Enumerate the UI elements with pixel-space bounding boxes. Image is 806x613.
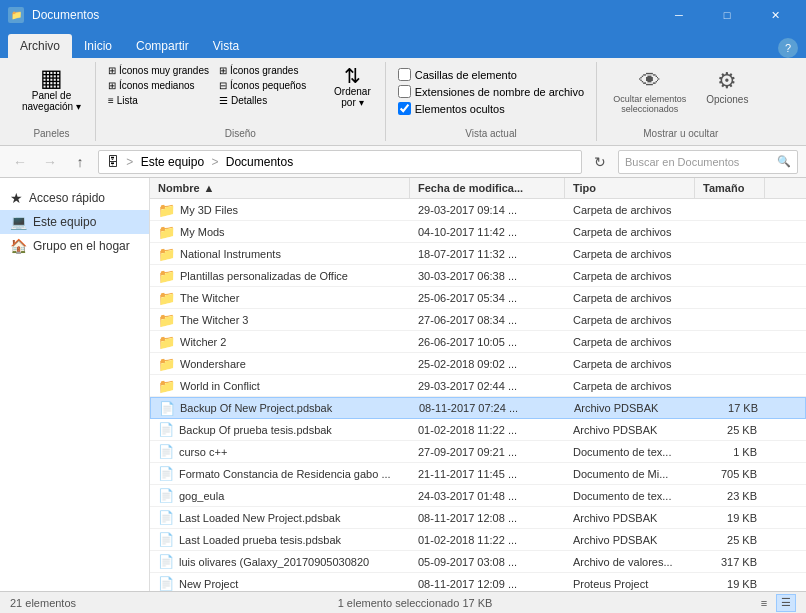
- search-box[interactable]: Buscar en Documentos 🔍: [618, 150, 798, 174]
- home-icon: 🏠: [10, 238, 27, 254]
- iconos-medianos-button[interactable]: ⊞ Íconos medianos: [104, 79, 213, 92]
- table-row[interactable]: 📁 The Witcher 25-06-2017 05:34 ... Carpe…: [150, 287, 806, 309]
- iconos-pequenos-button[interactable]: ⊟ Íconos pequeños: [215, 79, 324, 92]
- view-mode-details-button[interactable]: ☰: [776, 594, 796, 612]
- view-icon-5: ≡: [108, 95, 114, 106]
- col-fecha-label: Fecha de modifica...: [418, 182, 523, 194]
- file-type-cell: Archivo PDSBAK: [565, 510, 695, 526]
- opciones-icon: ⚙: [717, 68, 737, 94]
- ordenar-icon: ⇅: [344, 66, 361, 86]
- ocultar-elementos-button[interactable]: 👁 Ocultar elementosseleccionados: [605, 64, 694, 118]
- lista-button[interactable]: ≡ Lista: [104, 94, 213, 107]
- close-button[interactable]: ✕: [752, 0, 798, 30]
- view-icon-3: ⊞: [108, 80, 116, 91]
- folder-icon: 📁: [158, 312, 175, 328]
- table-row[interactable]: 📄 luis olivares (Galaxy_20170905030820 0…: [150, 551, 806, 573]
- file-icon: 📄: [158, 466, 174, 481]
- file-type-cell: Carpeta de archivos: [565, 202, 695, 218]
- file-name-text: gog_eula: [179, 490, 224, 502]
- file-name-cell: 📁 The Witcher: [150, 288, 410, 308]
- panel-navegacion-button[interactable]: ▦ Panel denavegación ▾: [16, 64, 87, 114]
- view-mode-list-button[interactable]: ≡: [754, 594, 774, 612]
- iconos-muy-grandes-button[interactable]: ⊞ Íconos muy grandes: [104, 64, 213, 77]
- table-row[interactable]: 📁 Witcher 2 26-06-2017 10:05 ... Carpeta…: [150, 331, 806, 353]
- table-row[interactable]: 📄 New Project 08-11-2017 12:09 ... Prote…: [150, 573, 806, 591]
- table-row[interactable]: 📁 My 3D Files 29-03-2017 09:14 ... Carpe…: [150, 199, 806, 221]
- table-row[interactable]: 📄 curso c++ 27-09-2017 09:21 ... Documen…: [150, 441, 806, 463]
- folder-icon: 📁: [158, 268, 175, 284]
- table-row[interactable]: 📁 World in Conflict 29-03-2017 02:44 ...…: [150, 375, 806, 397]
- table-row[interactable]: 📄 Last Loaded New Project.pdsbak 08-11-2…: [150, 507, 806, 529]
- table-row[interactable]: 📁 Plantillas personalizadas de Office 30…: [150, 265, 806, 287]
- maximize-button[interactable]: □: [704, 0, 750, 30]
- casillas-checkbox[interactable]: Casillas de elemento: [398, 68, 584, 81]
- col-header-nombre[interactable]: Nombre ▲: [150, 178, 410, 198]
- minimize-button[interactable]: ─: [656, 0, 702, 30]
- up-button[interactable]: ↑: [68, 150, 92, 174]
- file-name-cell: 📁 Wondershare: [150, 354, 410, 374]
- casillas-input[interactable]: [398, 68, 411, 81]
- table-row[interactable]: 📄 Backup Of New Project.pdsbak 08-11-201…: [150, 397, 806, 419]
- file-size-cell: [695, 230, 765, 234]
- elementos-ocultos-input[interactable]: [398, 102, 411, 115]
- tab-vista[interactable]: Vista: [201, 34, 251, 58]
- view-icon-1: ⊞: [108, 65, 116, 76]
- col-header-tamano[interactable]: Tamaño: [695, 178, 765, 198]
- tab-inicio[interactable]: Inicio: [72, 34, 124, 58]
- file-name-cell: 📄 Formato Constancia de Residencia gabo …: [150, 464, 410, 483]
- file-date-cell: 29-03-2017 09:14 ...: [410, 202, 565, 218]
- table-row[interactable]: 📁 National Instruments 18-07-2017 11:32 …: [150, 243, 806, 265]
- file-date-cell: 25-02-2018 09:02 ...: [410, 356, 565, 372]
- ordenar-por-button[interactable]: ⇅ Ordenarpor ▾: [328, 64, 377, 110]
- sidebar-item-grupo-hogar[interactable]: 🏠 Grupo en el hogar: [0, 234, 149, 258]
- file-date-cell: 24-03-2017 01:48 ...: [410, 488, 565, 504]
- table-row[interactable]: 📁 My Mods 04-10-2017 11:42 ... Carpeta d…: [150, 221, 806, 243]
- file-type-cell: Carpeta de archivos: [565, 334, 695, 350]
- opciones-button[interactable]: ⚙ Opciones: [698, 64, 756, 118]
- extensiones-input[interactable]: [398, 85, 411, 98]
- table-row[interactable]: 📄 gog_eula 24-03-2017 01:48 ... Document…: [150, 485, 806, 507]
- refresh-button[interactable]: ↻: [588, 150, 612, 174]
- file-date-cell: 01-02-2018 11:22 ...: [410, 532, 565, 548]
- path-this-pc: 🗄: [107, 155, 119, 169]
- file-icon: 📄: [159, 401, 175, 416]
- address-path[interactable]: 🗄 > Este equipo > Documentos: [98, 150, 582, 174]
- file-name-cell: 📁 My 3D Files: [150, 200, 410, 220]
- ribbon-group-diseno: ⊞ Íconos muy grandes ⊞ Íconos grandes ⊞ …: [96, 62, 386, 141]
- col-header-fecha[interactable]: Fecha de modifica...: [410, 178, 565, 198]
- extensiones-label: Extensiones de nombre de archivo: [415, 86, 584, 98]
- file-size-cell: 25 KB: [695, 422, 765, 438]
- sidebar-label-este-equipo: Este equipo: [33, 215, 96, 229]
- sidebar-item-acceso-rapido[interactable]: ★ Acceso rápido: [0, 186, 149, 210]
- file-date-cell: 27-06-2017 08:34 ...: [410, 312, 565, 328]
- file-name-text: Wondershare: [180, 358, 246, 370]
- table-row[interactable]: 📄 Formato Constancia de Residencia gabo …: [150, 463, 806, 485]
- detalles-button[interactable]: ☰ Detalles: [215, 94, 324, 107]
- table-row[interactable]: 📄 Last Loaded prueba tesis.pdsbak 01-02-…: [150, 529, 806, 551]
- file-size-cell: [695, 208, 765, 212]
- file-size-cell: [695, 384, 765, 388]
- file-name-cell: 📁 Plantillas personalizadas de Office: [150, 266, 410, 286]
- file-name-text: The Witcher 3: [180, 314, 248, 326]
- forward-button[interactable]: →: [38, 150, 62, 174]
- file-list-header: Nombre ▲ Fecha de modifica... Tipo Tamañ…: [150, 178, 806, 199]
- extensiones-checkbox[interactable]: Extensiones de nombre de archivo: [398, 85, 584, 98]
- table-row[interactable]: 📁 The Witcher 3 27-06-2017 08:34 ... Car…: [150, 309, 806, 331]
- file-size-cell: 317 KB: [695, 554, 765, 570]
- file-name-text: Formato Constancia de Residencia gabo ..…: [179, 468, 391, 480]
- sidebar-item-este-equipo[interactable]: 💻 Este equipo: [0, 210, 149, 234]
- help-button[interactable]: ?: [778, 38, 798, 58]
- file-date-cell: 29-03-2017 02:44 ...: [410, 378, 565, 394]
- file-size-cell: 705 KB: [695, 466, 765, 482]
- elementos-ocultos-label: Elementos ocultos: [415, 103, 505, 115]
- tab-archivo[interactable]: Archivo: [8, 34, 72, 58]
- elementos-ocultos-checkbox[interactable]: Elementos ocultos: [398, 102, 584, 115]
- table-row[interactable]: 📄 Backup Of prueba tesis.pdsbak 01-02-20…: [150, 419, 806, 441]
- table-row[interactable]: 📁 Wondershare 25-02-2018 09:02 ... Carpe…: [150, 353, 806, 375]
- tab-compartir[interactable]: Compartir: [124, 34, 201, 58]
- iconos-grandes-button[interactable]: ⊞ Íconos grandes: [215, 64, 324, 77]
- ribbon-group-vista-actual: Casillas de elemento Extensiones de nomb…: [386, 62, 597, 141]
- back-button[interactable]: ←: [8, 150, 32, 174]
- file-name-text: My 3D Files: [180, 204, 238, 216]
- col-header-tipo[interactable]: Tipo: [565, 178, 695, 198]
